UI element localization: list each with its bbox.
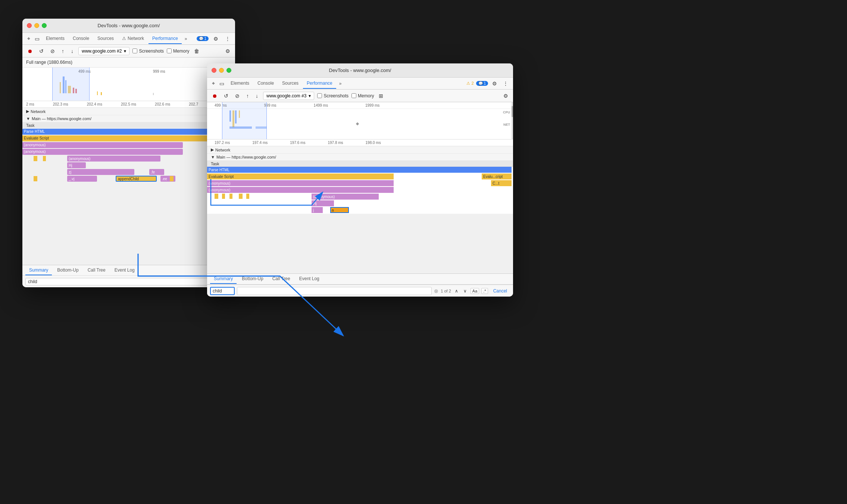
- url-selector-2[interactable]: www.google.com #3 ▾: [263, 92, 314, 100]
- search-clear-2[interactable]: ⊗: [434, 288, 438, 294]
- download-btn-2[interactable]: ↓: [254, 92, 260, 100]
- screenshots-checkbox-2[interactable]: Screenshots: [317, 93, 349, 98]
- more-icon-1[interactable]: ⋮: [223, 35, 232, 43]
- vj-bar-1[interactable]: _.vj: [67, 176, 97, 182]
- parse-html-row-2[interactable]: Parse HTML: [207, 167, 513, 173]
- tab-calltree-1[interactable]: Call Tree: [84, 266, 109, 275]
- eval-script-bar-2[interactable]: Evaluate Script: [207, 173, 394, 179]
- search-inner-2[interactable]: [211, 288, 234, 294]
- reload-btn-2[interactable]: ↺: [222, 92, 230, 100]
- reload-btn-1[interactable]: ↺: [37, 47, 46, 55]
- tab-calltree-2[interactable]: Call Tree: [269, 274, 294, 284]
- maximize-button-2[interactable]: [226, 68, 231, 73]
- a-bar-2[interactable]: a: [330, 207, 349, 213]
- tab-summary-1[interactable]: Summary: [25, 266, 52, 275]
- tab-more-2[interactable]: »: [337, 79, 344, 88]
- anon-bar-2b[interactable]: (anonymous): [207, 187, 394, 193]
- j-bar-2[interactable]: j: [312, 207, 323, 213]
- scrollbar-thumb-2[interactable]: [512, 106, 513, 117]
- hj-bar-1[interactable]: Hj: [67, 162, 86, 168]
- memory-check-1[interactable]: [167, 48, 172, 53]
- cursor-icon[interactable]: ⌖: [25, 34, 32, 43]
- main-section-2[interactable]: ▼ Main — https://www.google.com/: [207, 154, 513, 161]
- minimize-button-2[interactable]: [219, 68, 224, 73]
- delete-btn-1[interactable]: 🗑: [192, 47, 201, 55]
- eval-script-bar-1[interactable]: Evaluate Script: [22, 135, 235, 141]
- parse-html-bar-2[interactable]: Parse HTML: [207, 167, 512, 173]
- clear-btn-1[interactable]: ⊘: [49, 47, 57, 55]
- anon-row-2b[interactable]: (anonymous): [207, 187, 513, 194]
- search-input-1[interactable]: [28, 279, 217, 284]
- upload-btn-1[interactable]: ↑: [60, 47, 66, 55]
- timeline-area-2[interactable]: 499 ms 999 ms 1499 ms 1999 ms CPU NET: [207, 102, 513, 140]
- tab-performance-2[interactable]: Performance: [303, 78, 336, 89]
- timeline-area-1[interactable]: 499 ms 999 ms: [22, 68, 235, 101]
- anon-bar-2c[interactable]: (anonymous): [312, 194, 379, 200]
- parse-html-row-1[interactable]: Parse HTML: [22, 128, 235, 135]
- cursor-icon-2[interactable]: ⌖: [210, 79, 217, 88]
- anon-bar-1a[interactable]: (anonymous): [22, 142, 183, 148]
- network-section-1[interactable]: ▶ Network: [22, 108, 235, 115]
- search-outline-2[interactable]: [210, 287, 235, 295]
- close-button-1[interactable]: [27, 23, 32, 28]
- search-input-2[interactable]: [213, 288, 232, 294]
- memory-checkbox-1[interactable]: Memory: [167, 48, 189, 54]
- mobile-icon[interactable]: ▭: [33, 35, 41, 43]
- record-btn-2[interactable]: ⏺: [210, 92, 219, 100]
- network-section-2[interactable]: ▶ Network: [207, 146, 513, 154]
- tab-bottomup-1[interactable]: Bottom-Up: [53, 266, 82, 275]
- anon-bar-1b[interactable]: (anonymous): [22, 149, 183, 155]
- ct-bar-2[interactable]: C...t: [491, 180, 512, 186]
- anon-row-1a[interactable]: (anonymous): [22, 142, 235, 148]
- search-rest-2[interactable]: [237, 287, 432, 295]
- close-button-2[interactable]: [212, 68, 216, 73]
- tab-bottomup-2[interactable]: Bottom-Up: [238, 274, 267, 284]
- search-wrapper-1[interactable]: ⊗: [25, 278, 223, 285]
- eval-script-row-1[interactable]: Evaluate Script: [22, 135, 235, 142]
- tab-sources-2[interactable]: Sources: [278, 78, 302, 89]
- settings-icon-1[interactable]: ⚙: [212, 35, 220, 43]
- clear-btn-2[interactable]: ⊘: [233, 92, 241, 100]
- screenshots-checkbox-1[interactable]: Screenshots: [132, 48, 164, 54]
- timeline-selection-2[interactable]: [222, 102, 267, 139]
- settings-icon-2[interactable]: ⚙: [490, 79, 499, 88]
- anon-bar-1c[interactable]: (anonymous): [67, 156, 160, 162]
- tab-console-2[interactable]: Console: [254, 78, 278, 89]
- main-section-1[interactable]: ▼ Main — https://www.google.com/: [22, 115, 235, 122]
- more-icon-2[interactable]: ⋮: [501, 79, 510, 88]
- anon-row-2a[interactable]: (anonymous) C...t: [207, 180, 513, 187]
- upload-btn-2[interactable]: ↑: [244, 92, 251, 100]
- mobile-icon-2[interactable]: ▭: [218, 79, 226, 88]
- nav-up-btn-2[interactable]: ∧: [453, 288, 460, 294]
- minimize-button-1[interactable]: [34, 23, 39, 28]
- dot-btn-2[interactable]: .*: [481, 288, 488, 294]
- anon-row-1b[interactable]: (anonymous): [22, 148, 235, 155]
- timeline-selection-1[interactable]: [52, 68, 90, 101]
- tab-eventlog-2[interactable]: Event Log: [296, 274, 323, 284]
- maximize-button-1[interactable]: [42, 23, 47, 28]
- anon-bar-2a[interactable]: (anonymous): [207, 180, 394, 186]
- tab-eventlog-1[interactable]: Event Log: [111, 266, 138, 275]
- memory-checkbox-2[interactable]: Memory: [351, 93, 374, 98]
- record-btn-1[interactable]: ⏺: [25, 47, 34, 55]
- delete-btn-2[interactable]: ⊞: [377, 92, 385, 100]
- nav-down-btn-2[interactable]: ∨: [462, 288, 468, 294]
- zj-bar-1[interactable]: zj: [67, 169, 134, 175]
- screenshots-check-2[interactable]: [317, 93, 322, 98]
- eval-script-row-2[interactable]: Evaluate Script Evalu...cript: [207, 173, 513, 180]
- hj-bar-2[interactable]: Hj: [312, 200, 334, 206]
- download-btn-1[interactable]: ↓: [69, 47, 75, 55]
- url-selector-1[interactable]: www.google.com #2 ▾: [78, 47, 129, 55]
- tab-sources-1[interactable]: Sources: [94, 34, 118, 44]
- memory-check-2[interactable]: [351, 93, 356, 98]
- settings-perf-2[interactable]: ⚙: [501, 92, 510, 100]
- settings-perf-1[interactable]: ⚙: [224, 47, 232, 55]
- tab-summary-2[interactable]: Summary: [210, 274, 237, 284]
- tab-more-1[interactable]: »: [182, 35, 190, 43]
- tab-network-1[interactable]: ⚠ www.google.com #2 Network: [118, 34, 148, 44]
- parse-html-bar-1[interactable]: Parse HTML: [22, 129, 235, 135]
- tab-console-1[interactable]: Console: [69, 34, 93, 44]
- fe-bar-1[interactable]: .fe: [149, 169, 164, 175]
- tab-elements-2[interactable]: Elements: [227, 78, 253, 89]
- tab-performance-1[interactable]: Performance: [149, 34, 182, 44]
